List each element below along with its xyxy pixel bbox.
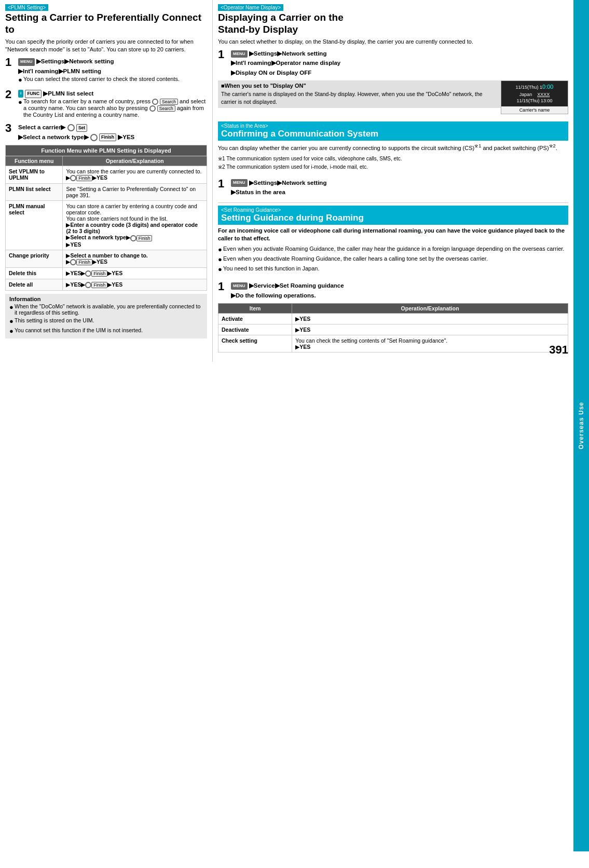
status-step-num-1: 1: [218, 178, 228, 189]
display-on-section: 11/15(Thu) 10:00 Japan XXXX 11/15(Thu) 1…: [218, 80, 568, 116]
status-title: Confirming a Communication System: [221, 129, 565, 139]
roaming-row-2-op: ▶YES: [292, 324, 568, 335]
op-step-1-line1: MENU ▶Settings▶Network setting: [231, 49, 568, 58]
carrier-label: Carrier's name: [501, 106, 568, 114]
status-section: <Status in the Area> Confirming a Commun…: [218, 121, 568, 197]
table-row: Set VPLMN to UPLMN You can store the car…: [6, 166, 207, 184]
roaming-step-num-1: 1: [218, 281, 228, 292]
carrier-display-box: 11/15(Thu) 10:00 Japan XXXX 11/15(Thu) 1…: [501, 80, 568, 114]
menu-icon-1: MENU: [18, 58, 35, 66]
search-btn-1: Search: [160, 99, 178, 105]
status-tag: <Status in the Area>: [221, 123, 565, 129]
roaming-row-3-item: Check setting: [218, 335, 292, 352]
roaming-step-1-line1: MENU ▶Service▶Set Roaming guidance: [231, 281, 568, 290]
row-label-1: Set VPLMN to UPLMN: [6, 166, 63, 184]
row-desc-3: You can store a carrier by entering a co…: [63, 201, 207, 250]
overseas-sidebar: Overseas Use: [573, 0, 589, 851]
col-func-header: Function menu: [6, 156, 63, 166]
op-step-1-content: MENU ▶Settings▶Network setting ▶Int'l ro…: [231, 49, 568, 77]
step-3: 3 Select a carrier▶ Set ▶Select a networ…: [5, 123, 207, 142]
row-label-5: Delete this: [6, 267, 63, 279]
status-step-1-line2: ▶Status in the area: [231, 187, 568, 197]
step-1-bullet: ● You can select the stored carrier to c…: [18, 76, 207, 84]
plmn-tag: <PLMN Setting>: [5, 4, 48, 11]
finish-circle-icon: [90, 134, 98, 141]
roaming-col2: Operation/Explanation: [292, 303, 568, 313]
status-step-1: 1 MENU ▶Settings▶Network setting ▶Status…: [218, 178, 568, 197]
step-2-line1: i FUNC ▶PLMN list select: [18, 89, 207, 98]
menu-icon-op1: MENU: [231, 50, 248, 58]
step-1-line2: ▶Int'l roaming▶PLMN setting: [18, 66, 207, 76]
op-step-1-line3: ▶Display ON or Display OFF: [231, 68, 568, 77]
roaming-table: Item Operation/Explanation Activate ▶YES…: [218, 303, 568, 352]
roaming-row-1-op: ▶YES: [292, 313, 568, 324]
finish-icon-r3: [130, 235, 136, 241]
roaming-row-1-item: Activate: [218, 313, 292, 324]
step-3-line2: ▶Select a network type▶ Finish ▶YES: [18, 132, 207, 142]
row-label-3: PLMN manual select: [6, 201, 63, 250]
op-step-num-1: 1: [218, 49, 228, 60]
table-row: Change priority ▶Select a number to chan…: [6, 250, 207, 267]
table-title: Function Menu while PLMN Setting is Disp…: [6, 145, 207, 156]
step-num-3: 3: [5, 123, 16, 134]
status-intro: You can display whether the carrier you …: [218, 143, 568, 152]
step-3-line1: Select a carrier▶ Set: [18, 123, 207, 132]
menu-icon-status: MENU: [231, 179, 248, 187]
step-1: 1 MENU ▶Settings▶Network setting ▶Int'l …: [5, 57, 207, 85]
information-box: Information ● When the "DoCoMo" network …: [5, 294, 207, 338]
roaming-step-1-line2: ▶Do the following operations.: [231, 291, 568, 300]
finish-icon-r4: [70, 259, 76, 265]
menu-icon-roaming: MENU: [231, 282, 248, 290]
row-desc-1: You can store the carrier you are curren…: [63, 166, 207, 184]
table-row: Check setting You can check the setting …: [218, 335, 568, 352]
finish-btn: Finish: [99, 133, 116, 142]
row-desc-6: ▶YES▶Finish▶YES: [63, 279, 207, 290]
search-btn-2: Search: [157, 105, 175, 112]
step-2-bullet: ● To search for a carrier by a name of c…: [18, 98, 207, 118]
table-row: Delete all ▶YES▶Finish▶YES: [6, 279, 207, 290]
confirm-section-header: <Status in the Area> Confirming a Commun…: [218, 121, 568, 141]
step-num-2: 2: [5, 89, 16, 100]
row-label-4: Change priority: [6, 250, 63, 267]
search-circle-icon: [152, 99, 158, 105]
function-menu-table: Function Menu while PLMN Setting is Disp…: [5, 145, 207, 291]
operator-section: <Operator Name Display> Displaying a Car…: [218, 4, 568, 116]
row-desc-2: See "Setting a Carrier to Preferentially…: [63, 184, 207, 201]
step-2: 2 i FUNC ▶PLMN list select ● To search f…: [5, 89, 207, 120]
note2: ※2 The communication system used for i-m…: [218, 164, 568, 171]
row-desc-5: ▶YES▶Finish▶YES: [63, 267, 207, 279]
roaming-step-1: 1 MENU ▶Service▶Set Roaming guidance ▶Do…: [218, 281, 568, 300]
step-1-line1: MENU ▶Settings▶Network setting: [18, 57, 207, 66]
operator-tag: <Operator Name Display>: [218, 4, 283, 11]
row-label-2: PLMN list select: [6, 184, 63, 201]
table-row: PLMN manual select You can store a carri…: [6, 201, 207, 250]
right-column: <Operator Name Display> Displaying a Car…: [213, 0, 589, 362]
roaming-intro: For an incoming voice call or videophone…: [218, 227, 568, 243]
finish-icon-r1: [70, 175, 76, 181]
operator-title: Displaying a Carrier on the Stand-by Dis…: [218, 12, 568, 36]
roaming-bullet-2: ● Even when you deactivate Roaming Guida…: [218, 255, 568, 264]
row-label-6: Delete all: [6, 279, 63, 290]
search-circle-icon-2: [149, 105, 156, 112]
step-num-1: 1: [5, 57, 16, 68]
finish-icon-r6: [85, 282, 91, 288]
row-desc-4: ▶Select a number to change to. ▶Finish▶Y…: [63, 250, 207, 267]
step-3-content: Select a carrier▶ Set ▶Select a network …: [18, 123, 207, 142]
overseas-label: Overseas Use: [578, 402, 585, 449]
step-1-content: MENU ▶Settings▶Network setting ▶Int'l ro…: [18, 57, 207, 85]
roaming-section-header: <Set Roaming Guidance> Setting Guidance …: [218, 206, 568, 225]
roaming-section: <Set Roaming Guidance> Setting Guidance …: [218, 206, 568, 352]
info-title: Information: [9, 296, 203, 302]
finish-icon-r5: [85, 270, 91, 277]
func-icon-2: i: [18, 90, 23, 98]
table-row: Delete this ▶YES▶Finish▶YES: [6, 267, 207, 279]
roaming-bullet-1: ● Even when you activate Roaming Guidanc…: [218, 246, 568, 254]
col-op-header: Operation/Explanation: [63, 156, 207, 166]
page-number: 391: [549, 343, 568, 357]
note1: ※1 The communication system used for voi…: [218, 155, 568, 162]
divider-1: [218, 202, 568, 203]
op-step-1-line2: ▶Int'l roaming▶Operator name display: [231, 58, 568, 67]
left-column: <PLMN Setting> Setting a Carrier to Pref…: [0, 0, 213, 362]
roaming-row-3-op: You can check the setting contents of "S…: [292, 335, 568, 352]
roaming-step-1-content: MENU ▶Service▶Set Roaming guidance ▶Do t…: [231, 281, 568, 300]
